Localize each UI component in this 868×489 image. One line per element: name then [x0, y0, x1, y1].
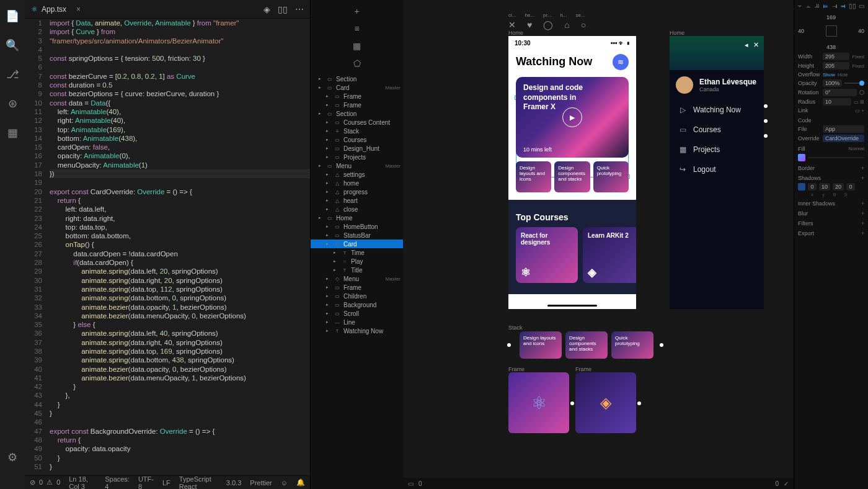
align-top-icon[interactable]: ⫢: [823, 2, 829, 9]
opacity-slider[interactable]: [844, 83, 864, 84]
layer-section[interactable]: ▸▭Section: [311, 109, 403, 118]
layer-close[interactable]: ▸△close: [311, 205, 403, 213]
overflow-hide[interactable]: Hide: [838, 72, 848, 78]
mini-card[interactable]: Quick prototyping: [593, 161, 629, 192]
bell-icon[interactable]: 🔔: [296, 478, 305, 487]
add-shadow[interactable]: +: [861, 175, 864, 181]
layer-settings[interactable]: ▸△settings: [311, 170, 403, 179]
menu-overlay[interactable]: ◂✕ Ethan Lévesque Canada ▷Watching Now ▭…: [670, 36, 764, 309]
debug-icon[interactable]: ⊛: [8, 97, 17, 110]
opacity-input[interactable]: 100%: [823, 79, 842, 87]
layer-section[interactable]: ▸▭Section: [311, 74, 403, 83]
cursor-pos[interactable]: Ln 18, Col 3: [69, 475, 96, 490]
layer-time[interactable]: ▸TTime: [311, 248, 403, 257]
overflow-show[interactable]: Show: [823, 72, 835, 78]
layer-watching-now[interactable]: ▸TWatching Now: [311, 326, 403, 335]
layer-frame[interactable]: ▸▭Frame: [311, 92, 403, 101]
layer-play[interactable]: ▸○Play: [311, 257, 403, 266]
menu-courses[interactable]: ▭Courses: [670, 120, 764, 140]
artboard-home[interactable]: 10:30 ••• ᯤ ▮ Watching Now ≋ Design and …: [508, 36, 636, 309]
override-select[interactable]: CardOverride: [823, 135, 864, 142]
git-icon[interactable]: ⎇: [6, 68, 19, 81]
layer-home[interactable]: ▸△home: [311, 179, 403, 187]
menu-projects[interactable]: ▦Projects: [670, 140, 764, 159]
stack-cards[interactable]: Design layouts and icons Design componen…: [520, 331, 653, 359]
layer-scroll[interactable]: ▸▭Scroll: [311, 309, 403, 318]
layer-line[interactable]: ▸—Line: [311, 318, 403, 326]
height-input[interactable]: 205: [823, 62, 849, 70]
frame-arkit[interactable]: ◈: [575, 372, 636, 433]
ts-version[interactable]: 3.0.3: [226, 479, 241, 487]
distribute-v-icon[interactable]: ▭: [859, 2, 864, 9]
play-icon[interactable]: ▶: [562, 107, 582, 127]
bottom-input[interactable]: 438: [826, 44, 836, 50]
search-icon[interactable]: 🔍: [6, 38, 19, 52]
layer-projects[interactable]: ▸▭Projects: [311, 153, 403, 161]
canvas[interactable]: cl...he...pr...h...se... ✕ ♥ ◯ ⌂ ○ Home …: [403, 0, 794, 489]
menu-watching[interactable]: ▷Watching Now: [670, 100, 764, 120]
code-area[interactable]: 1234567891011121314151617181920212223242…: [25, 19, 310, 475]
layer-progress[interactable]: ▸△progress: [311, 187, 403, 196]
gear-icon[interactable]: ⚙: [7, 451, 17, 464]
add-icon[interactable]: +: [354, 6, 359, 16]
mini-card[interactable]: Design layouts and icons: [516, 161, 551, 192]
course-card-arkit[interactable]: Learn ARKit 2◈: [583, 227, 636, 283]
heart-icon[interactable]: ♥: [527, 20, 532, 30]
close-icon[interactable]: ✕: [508, 20, 516, 30]
align-middle-icon[interactable]: ⫣: [831, 2, 838, 9]
layer-courses[interactable]: ▸▭Courses: [311, 135, 403, 144]
layer-children[interactable]: ▸▭Children: [311, 292, 403, 300]
layer-statusbar[interactable]: ▸▭StatusBar: [311, 231, 403, 240]
more-icon[interactable]: ⋯: [295, 4, 304, 14]
align-bottom-icon[interactable]: ⫤: [840, 2, 846, 9]
package-icon[interactable]: ⬠: [353, 58, 361, 68]
menu-icon[interactable]: ≡: [354, 24, 359, 34]
avatar[interactable]: [676, 76, 693, 94]
add-border[interactable]: +: [861, 165, 864, 171]
mini-card[interactable]: Design components and stacks: [554, 161, 590, 192]
progress-icon[interactable]: ◯: [543, 20, 553, 30]
file-icon[interactable]: 📄: [6, 9, 19, 23]
align-right-icon[interactable]: ⫡: [814, 2, 820, 9]
layer-frame[interactable]: ▸▭Frame: [311, 283, 403, 292]
extensions-icon[interactable]: ▦: [7, 126, 18, 140]
layer-title[interactable]: ▸TTitle: [311, 266, 403, 274]
align-left-icon[interactable]: ⫟: [797, 2, 803, 9]
layer-frame[interactable]: ▸▭Frame: [311, 101, 403, 109]
layer-homebutton[interactable]: ▸▭HomeButton: [311, 222, 403, 231]
shadow-swatch[interactable]: [798, 183, 805, 191]
layer-stack[interactable]: ▸≡Stack: [311, 127, 403, 135]
align-center-icon[interactable]: ⫠: [805, 2, 812, 9]
layer-background[interactable]: ▸▭Background: [311, 300, 403, 309]
home-icon[interactable]: ⌂: [564, 20, 569, 30]
layer-menu[interactable]: ▸▭MenuMaster: [311, 161, 403, 170]
components-icon[interactable]: ▦: [353, 41, 361, 51]
close-icon[interactable]: ✕: [753, 41, 759, 49]
close-icon[interactable]: ×: [76, 5, 81, 14]
link-add[interactable]: ▭ +: [855, 108, 864, 114]
problems[interactable]: ⊘ 0 ⚠ 0: [30, 478, 60, 487]
file-select[interactable]: App: [823, 125, 864, 133]
logo-badge[interactable]: ≋: [613, 54, 629, 70]
radius-input[interactable]: 10: [823, 98, 851, 105]
layer-design_hunt[interactable]: ▸▭Design_Hunt: [311, 144, 403, 153]
frame-react[interactable]: ⚛: [508, 372, 569, 433]
width-input[interactable]: 295: [823, 53, 849, 60]
left-input[interactable]: 40: [798, 28, 804, 34]
layer-home[interactable]: ▸▭Home: [311, 213, 403, 222]
layer-heart[interactable]: ▸△heart: [311, 196, 403, 205]
tab-app[interactable]: ⚛ App.tsx ×: [25, 0, 87, 18]
layer-menu[interactable]: ▸◇MenuMaster: [311, 274, 403, 283]
fill-swatch[interactable]: [798, 154, 805, 161]
layer-card[interactable]: ▸▭CardMaster: [311, 83, 403, 92]
layer-courses-content[interactable]: ▸▭Courses Content: [311, 118, 403, 127]
back-icon[interactable]: ◂: [745, 41, 748, 49]
encoding[interactable]: UTF-8: [138, 475, 154, 490]
diff-icon[interactable]: ◈: [264, 4, 270, 14]
spaces[interactable]: Spaces: 4: [105, 475, 130, 490]
split-icon[interactable]: ▯▯: [278, 4, 288, 14]
layer-card[interactable]: ▸◇Card: [311, 240, 403, 248]
distribute-h-icon[interactable]: ▯▯: [849, 2, 856, 9]
language[interactable]: TypeScript React: [179, 475, 218, 490]
course-card-react[interactable]: React for designers⚛: [516, 227, 578, 283]
